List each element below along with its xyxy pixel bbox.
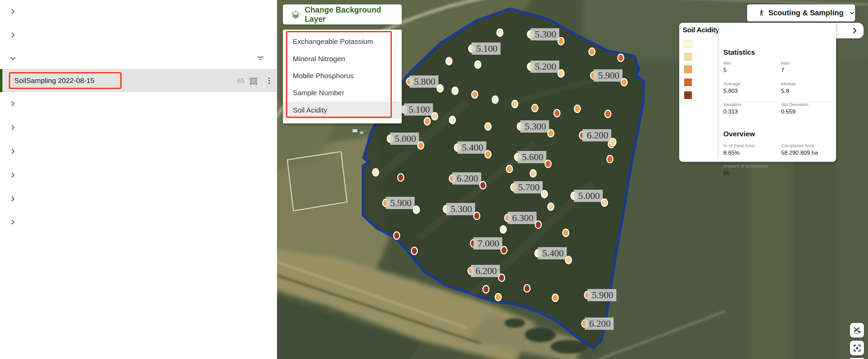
sidebar-section[interactable] — [0, 96, 277, 112]
std-deviation-label: Std Deviation — [781, 102, 808, 107]
sidebar-section[interactable] — [0, 191, 277, 207]
sample-marker[interactable] — [511, 100, 519, 108]
chevron-right-icon[interactable] — [851, 27, 859, 35]
sample-marker[interactable] — [552, 294, 559, 302]
legend-swatch — [684, 65, 692, 73]
chevron-right-icon — [9, 8, 17, 15]
chevron-right-icon — [9, 100, 17, 107]
legend-entry — [684, 78, 695, 86]
statistics-title: Statistics — [723, 48, 755, 56]
sample-marker[interactable] — [574, 105, 581, 113]
zones-hatch-icon[interactable] — [249, 76, 258, 86]
sample-marker[interactable] — [531, 104, 539, 113]
sample-marker[interactable] — [547, 129, 555, 138]
sample-marker[interactable] — [498, 274, 505, 282]
sample-marker[interactable] — [501, 246, 508, 255]
menu-item-soil-acidity[interactable]: Soil Acidity — [283, 102, 402, 119]
sample-marker[interactable] — [492, 96, 499, 104]
sample-marker[interactable] — [473, 212, 481, 220]
sample-marker[interactable] — [411, 247, 418, 255]
sample-marker[interactable] — [601, 199, 608, 207]
sample-marker[interactable] — [562, 229, 569, 237]
sample-value-label: 6.200 — [582, 129, 611, 141]
sample-value-label: 5.900 — [587, 289, 616, 301]
center-field-button[interactable] — [850, 341, 864, 355]
menu-item-exchangeable-potassium[interactable]: Exchangeable Potassium — [283, 33, 402, 50]
hide-measurements-button[interactable] — [850, 323, 864, 338]
sample-marker[interactable] — [431, 112, 438, 121]
sample-value-label: 5.400 — [457, 141, 486, 154]
sidebar-section[interactable] — [0, 27, 277, 43]
sample-marker[interactable] — [495, 293, 502, 302]
sidebar-section[interactable] — [0, 167, 277, 183]
sample-marker[interactable] — [417, 141, 424, 150]
sample-marker[interactable] — [506, 165, 513, 173]
median-value: 5.8 — [781, 88, 789, 95]
menu-item-mobile-phosphorus[interactable]: Mobile Phosphorus — [283, 67, 402, 84]
sample-marker[interactable] — [485, 122, 492, 131]
chevron-right-icon — [9, 218, 17, 226]
legend-swatch — [684, 40, 692, 48]
change-background-layer-button[interactable]: Change Background Layer — [283, 4, 402, 24]
sidebar-section[interactable] — [0, 143, 277, 159]
min-value: 5 — [723, 67, 726, 74]
legend-entry — [684, 65, 695, 73]
legend-swatch — [684, 53, 692, 61]
sample-marker[interactable] — [452, 87, 459, 95]
sample-marker[interactable] — [480, 181, 487, 190]
sample-marker[interactable] — [500, 225, 507, 234]
sample-marker[interactable] — [449, 116, 456, 124]
background-layer-menu: Exchangeable PotassiumMineral NitrogenMo… — [283, 30, 402, 123]
sample-marker[interactable] — [604, 110, 612, 118]
sample-marker[interactable] — [393, 232, 400, 240]
kebab-menu-icon[interactable] — [265, 76, 273, 85]
completed-area-value: 58 290.809 ha — [781, 150, 818, 156]
sample-marker[interactable] — [621, 78, 628, 87]
overview-title: Overview — [723, 130, 755, 138]
sample-marker[interactable] — [617, 54, 625, 62]
sidebar-section[interactable] — [0, 214, 277, 230]
sample-marker[interactable] — [589, 48, 596, 56]
sample-marker[interactable] — [545, 160, 552, 168]
sample-marker[interactable] — [372, 168, 379, 177]
sample-marker[interactable] — [541, 190, 548, 199]
filter-icon — [256, 54, 265, 63]
sample-marker[interactable] — [446, 57, 453, 66]
sidebar-item-soilsampling[interactable]: SoilSampling 2022-08-15 65 — [0, 69, 277, 92]
completed-area-label: Completed Area — [781, 143, 814, 148]
sample-marker[interactable] — [474, 61, 482, 69]
sample-marker[interactable] — [547, 203, 555, 211]
sample-marker[interactable] — [413, 206, 420, 214]
sample-marker[interactable] — [610, 138, 617, 147]
sample-marker[interactable] — [565, 256, 572, 264]
sample-marker[interactable] — [535, 221, 542, 229]
field-area-value: 8.65% — [723, 150, 740, 156]
sample-marker[interactable] — [558, 37, 565, 46]
sample-marker[interactable] — [471, 90, 478, 99]
sample-marker[interactable] — [397, 173, 404, 182]
sample-marker[interactable] — [554, 109, 561, 118]
sample-marker[interactable] — [437, 84, 444, 93]
show-filters-button[interactable] — [256, 51, 268, 66]
sample-marker[interactable] — [496, 29, 504, 37]
field-area-label: % of Field Area — [723, 143, 755, 148]
menu-item-mineral-nitrogen[interactable]: Mineral Nitrogen — [283, 50, 402, 67]
panel-divider-vertical — [718, 25, 719, 159]
sidebar-section[interactable] — [0, 4, 277, 19]
chevron-right-icon — [9, 124, 17, 131]
sample-marker[interactable] — [424, 117, 431, 126]
sidebar-section[interactable] — [0, 51, 277, 66]
menu-item-sample-number[interactable]: Sample Number — [283, 84, 402, 101]
sample-value-label: 5.300 — [530, 28, 559, 40]
sidebar-section[interactable] — [0, 120, 277, 135]
sample-marker[interactable] — [524, 284, 531, 293]
sample-marker[interactable] — [483, 285, 490, 294]
sample-marker[interactable] — [530, 169, 537, 178]
sample-marker[interactable] — [558, 69, 565, 78]
geometries-value: 65 — [723, 170, 730, 177]
sample-marker[interactable] — [607, 155, 614, 164]
legend-swatch — [684, 78, 692, 86]
mode-selector[interactable]: Scouting & Sampling — [747, 4, 855, 21]
sample-marker[interactable] — [485, 150, 492, 159]
app-window: 5.3005.1005.2005.9005.8005.1005.3006.200… — [0, 0, 868, 359]
